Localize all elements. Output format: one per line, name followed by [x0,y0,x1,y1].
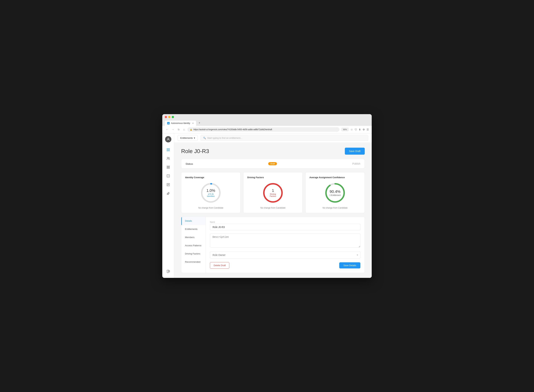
sidebar-item-tasks[interactable] [164,172,172,180]
back-button[interactable]: ← [165,127,169,132]
svg-point-14 [168,168,168,168]
avg-confidence-title: Average Assignment Confidence [309,176,345,179]
lock-icon: 🔒 [190,128,192,131]
sidebar-item-settings[interactable] [164,267,172,275]
main-content: Role J0-R3 Save Draft Status Draft Publi… [174,143,372,278]
page-title: Role J0-R3 [181,148,209,154]
minimize-button[interactable] [168,116,171,118]
svg-point-10 [167,167,167,167]
zoom-level: 90% [342,128,348,131]
avg-confidence-footer: No change from Candidate [322,207,348,209]
sidebar-item-dashboard[interactable] [164,146,172,154]
avg-confidence-chart: 90.4% 1 Entitlement [324,182,346,204]
svg-point-7 [167,166,167,167]
save-draft-button[interactable]: Save Draft [345,148,365,155]
sidebar-item-users[interactable] [164,155,172,162]
identity-coverage-sub: of 5.2k Identities [205,193,217,197]
tab-close-icon[interactable]: ✕ [192,122,194,124]
name-form-group: Name [210,221,360,230]
close-button[interactable] [165,116,167,118]
sidebar-item-reports[interactable] [164,181,172,188]
browser-window: AI Autonomous Identity ✕ + ← → ↻ ⌂ 🔒 htt… [162,114,372,278]
browser-chrome: AI Autonomous Identity ✕ + [162,114,372,126]
svg-point-15 [169,168,169,168]
status-label: Status [186,162,193,165]
sidebar-item-apps[interactable] [164,163,172,171]
entitlement-search[interactable]: 🔍 Start typing to find an entitlement... [200,135,368,141]
sidebar [162,133,174,278]
avg-confidence-sub: 1 Entitlement [330,194,341,196]
svg-point-9 [169,166,169,167]
identity-coverage-title: Identity Coverage [185,176,204,179]
tab-recommended[interactable]: Recommended [181,258,206,266]
description-form-group [210,233,360,248]
search-placeholder: Start typing to find an entitlement... [207,137,242,139]
draft-badge: Draft [268,162,277,165]
delete-draft-button[interactable]: Delete Draft [210,262,229,269]
tab-driving-factors[interactable]: Driving Factors [181,250,206,258]
role-owner-select-wrapper: Role Owner ▾ [210,251,360,259]
forward-button[interactable]: → [171,127,175,132]
fullscreen-button[interactable] [172,116,174,118]
identity-coverage-footer: No change from Candidate [198,207,223,209]
tab-favicon: AI [167,122,170,124]
tab-details[interactable]: Details [181,217,206,225]
panel-content: Name Role Owner ▾ [206,217,365,273]
main-area: Entitlements ▾ 🔍 Start typing to find an… [174,133,372,278]
role-owner-form-group: Role Owner ▾ [210,251,360,259]
panel-tabs: Details Entitlements Members Access Patt… [181,217,206,273]
identity-coverage-chart: 1.0% of 5.2k Identities [200,182,222,204]
identity-coverage-value: 1.0% [205,188,217,193]
sidebar-item-mining[interactable] [164,190,172,197]
role-owner-select[interactable]: Role Owner [210,251,360,259]
refresh-button[interactable]: ↻ [177,127,181,132]
search-icon: 🔍 [203,137,206,139]
name-label: Name [210,221,360,223]
browser-tabs: AI Autonomous Identity ✕ + [165,120,369,126]
top-navigation: Entitlements ▾ 🔍 Start typing to find an… [174,133,372,143]
publish-button[interactable]: Publish [352,162,360,165]
url-text: https://autoid-ui.forgerock.com/roles/74… [193,128,272,131]
name-input[interactable] [210,224,360,230]
svg-point-13 [167,168,167,168]
driving-factors-footer: No change from Candidate [260,207,285,209]
active-tab[interactable]: AI Autonomous Identity ✕ [165,121,196,126]
download-icon[interactable]: ⬇ [359,128,361,131]
address-bar-area: ← → ↻ ⌂ 🔒 https://autoid-ui.forgerock.co… [162,126,372,133]
svg-point-6 [169,158,169,159]
svg-rect-2 [168,149,169,149]
menu-icon[interactable]: ☰ [367,128,369,131]
tab-entitlements[interactable]: Entitlements [181,225,206,233]
entitlements-dropdown[interactable]: Entitlements ▾ [178,135,198,141]
tab-members[interactable]: Members [181,233,206,241]
driving-factors-value: 1 [267,188,279,193]
extensions-icon[interactable]: ⚙ [363,128,365,131]
chevron-down-icon: ▾ [194,137,195,139]
svg-point-0 [167,138,169,139]
driving-factors-card: Driving Factors 1 Driving Factors No cha… [243,172,303,213]
entitlements-label: Entitlements [180,137,193,139]
user-avatar[interactable] [165,136,171,142]
tab-title: Autonomous Identity [171,122,190,124]
save-details-button[interactable]: Save Details [339,262,360,268]
svg-point-8 [168,166,168,167]
svg-point-12 [169,167,169,167]
driving-factors-sub: Driving Factors [267,193,279,197]
side-panel: Details Entitlements Members Access Patt… [181,217,365,273]
driving-factors-chart: 1 Driving Factors [262,182,284,204]
svg-rect-1 [167,149,168,149]
avg-confidence-card: Average Assignment Confidence 90.4% 1 En… [305,172,365,213]
description-textarea[interactable] [210,233,360,247]
url-bar[interactable]: 🔒 https://autoid-ui.forgerock.com/roles/… [187,127,339,132]
identity-coverage-card: Identity Coverage 1.0% of 5.2k Identitie… [181,172,241,213]
driving-factors-title: Driving Factors [247,176,264,179]
bookmark-icon[interactable]: ☆ [351,128,353,131]
tab-access-patterns[interactable]: Access Patterns [181,241,206,250]
svg-rect-3 [167,150,168,151]
status-bar: Status Draft Publish [181,159,365,169]
new-tab-button[interactable]: + [197,120,202,126]
home-button[interactable]: ⌂ [182,127,185,132]
select-arrow-icon: ▾ [357,254,358,256]
app-layout: Entitlements ▾ 🔍 Start typing to find an… [162,133,372,278]
avg-confidence-value: 90.4% [330,190,341,194]
